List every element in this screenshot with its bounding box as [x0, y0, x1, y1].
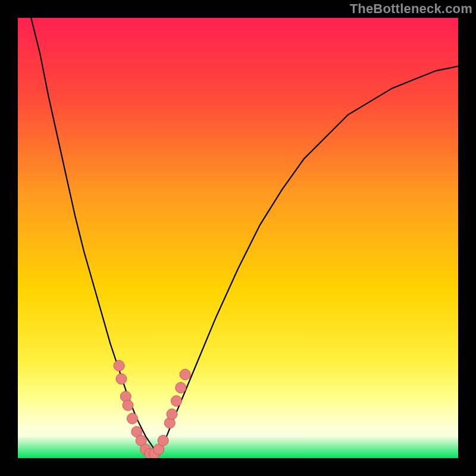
plot-area	[18, 18, 458, 458]
data-point	[171, 396, 181, 406]
data-point	[114, 361, 124, 371]
data-point	[167, 409, 177, 419]
data-point	[176, 383, 186, 393]
data-point	[123, 400, 133, 411]
data-point	[127, 413, 137, 424]
watermark-text: TheBottleneck.com	[350, 1, 472, 17]
data-point	[116, 374, 127, 384]
chart-frame: TheBottleneck.com	[0, 0, 476, 476]
data-point	[158, 435, 168, 446]
data-point	[180, 369, 190, 380]
data-points	[18, 18, 458, 458]
